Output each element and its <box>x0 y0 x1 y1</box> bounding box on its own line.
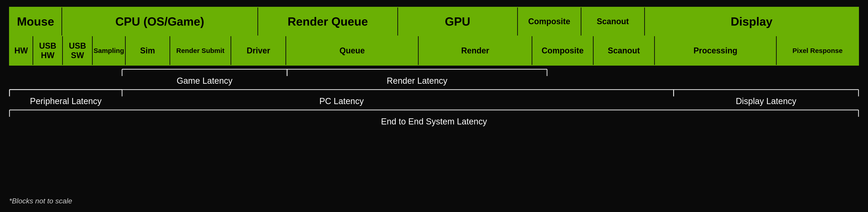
sub-block-sim: Sim <box>126 36 170 65</box>
top-block-gpu: GPU <box>398 7 518 35</box>
brace-layer-3: End to End System Latency <box>9 108 859 128</box>
brace-layer-1: Game Latency Render Latency <box>9 67 859 88</box>
top-block-mouse: Mouse <box>10 7 62 35</box>
sub-block-queue: Queue <box>286 36 418 65</box>
sub-block-pixelresponse: Pixel Response <box>777 36 858 65</box>
sub-block-render: Render <box>418 36 532 65</box>
sub-block-driver: Driver <box>231 36 286 65</box>
svg-text:Game Latency: Game Latency <box>177 76 232 86</box>
top-block-scanout: Scanout <box>581 7 645 35</box>
svg-text:Display Latency: Display Latency <box>736 96 796 106</box>
sub-block-rendersubmit: Render Submit <box>170 36 231 65</box>
sub-row: HW USB HW USB SW Sampling Sim Render Sub… <box>9 36 859 66</box>
svg-text:End to End System Latency: End to End System Latency <box>381 117 487 126</box>
sub-block-sampling: Sampling <box>93 36 126 65</box>
sub-block-usbsw: USB SW <box>63 36 93 65</box>
sub-block-composite: Composite <box>532 36 594 65</box>
sub-block-hw: HW <box>10 36 33 65</box>
sub-block-processing: Processing <box>655 36 777 65</box>
diagram-container: Mouse CPU (OS/Game) Render Queue GPU Com… <box>9 7 859 128</box>
svg-text:Render Latency: Render Latency <box>387 76 447 86</box>
brace-layer-2: Peripheral Latency PC Latency Display La… <box>9 88 859 108</box>
top-block-renderqueue: Render Queue <box>258 7 398 35</box>
top-block-display: Display <box>645 7 858 35</box>
sub-block-usbhw: USB HW <box>33 36 63 65</box>
top-row: Mouse CPU (OS/Game) Render Queue GPU Com… <box>9 7 859 36</box>
sub-block-scanout: Scanout <box>594 36 655 65</box>
svg-text:PC Latency: PC Latency <box>319 96 364 106</box>
footnote: *Blocks not to scale <box>9 197 72 205</box>
top-block-composite: Composite <box>518 7 581 35</box>
top-block-cpu: CPU (OS/Game) <box>62 7 258 35</box>
svg-text:Peripheral Latency: Peripheral Latency <box>30 96 102 106</box>
